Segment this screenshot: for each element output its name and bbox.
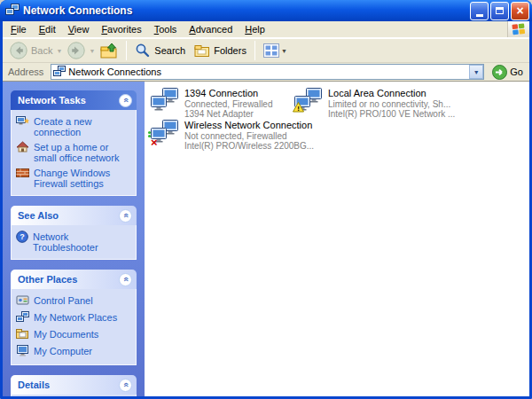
task-label: Control Panel bbox=[34, 295, 93, 306]
network-connections-window: Network Connections × File Edit View Fav… bbox=[0, 0, 532, 399]
up-button[interactable] bbox=[97, 41, 121, 61]
network-tasks-header[interactable]: Network Tasks « bbox=[11, 90, 137, 110]
network-tasks-panel: Network Tasks « Create a new connection bbox=[11, 90, 137, 196]
connection-icon: ! bbox=[294, 88, 325, 114]
window-icon bbox=[5, 4, 20, 18]
connection-icon bbox=[151, 88, 181, 114]
connection-text: Wireless Network Connection Not connecte… bbox=[184, 120, 314, 151]
back-dropdown-arrow[interactable]: ▼ bbox=[56, 48, 62, 54]
menu-help[interactable]: Help bbox=[239, 22, 271, 36]
menu-bar: File Edit View Favorites Tools Advanced … bbox=[3, 21, 529, 38]
folder-view[interactable]: 1394 Connection Connected, Firewalled 13… bbox=[145, 82, 529, 396]
collapse-chevron-icon[interactable]: « bbox=[119, 273, 132, 286]
windows-logo-icon bbox=[507, 21, 529, 37]
folders-label: Folders bbox=[214, 45, 246, 56]
details-panel: Details « Network Connections System Fol… bbox=[11, 375, 137, 396]
title-bar[interactable]: Network Connections × bbox=[0, 0, 532, 21]
connection-item-wireless[interactable]: × Wireless Network Connection Not connec… bbox=[151, 120, 294, 151]
views-button[interactable]: ▼ bbox=[260, 42, 291, 59]
back-label: Back bbox=[31, 45, 52, 56]
forward-icon bbox=[67, 42, 85, 59]
task-label: My Computer bbox=[34, 346, 92, 356]
connection-device: Intel(R) PRO/Wireless 2200BG... bbox=[184, 141, 314, 151]
connection-status: Connected, Firewalled bbox=[184, 99, 273, 109]
task-pane-sidebar: Network Tasks « Create a new connection bbox=[3, 82, 145, 396]
control-panel-icon bbox=[16, 294, 29, 308]
sidebar-item-setup-home-network[interactable]: Set up a home or small office network bbox=[16, 142, 131, 163]
connection-status: Limited or no connectivity, Sh... bbox=[328, 99, 455, 109]
folders-button[interactable]: Folders bbox=[191, 42, 250, 59]
my-computer-icon bbox=[16, 345, 29, 358]
search-icon bbox=[135, 43, 151, 59]
sidebar-item-control-panel[interactable]: Control Panel bbox=[16, 295, 131, 308]
svg-text:!: ! bbox=[297, 105, 300, 113]
connection-device: Intel(R) PRO/100 VE Network ... bbox=[328, 109, 455, 119]
svg-text:?: ? bbox=[20, 232, 25, 241]
main-area: Network Tasks « Create a new connection bbox=[3, 82, 529, 396]
connection-icon: × bbox=[151, 120, 181, 146]
connection-item-1394[interactable]: 1394 Connection Connected, Firewalled 13… bbox=[151, 88, 294, 119]
sidebar-item-my-network-places[interactable]: My Network Places bbox=[16, 312, 131, 325]
back-button[interactable]: Back bbox=[6, 40, 56, 61]
minimize-button[interactable] bbox=[470, 2, 489, 20]
navigation-toolbar: Back ▼ ▼ Search Folders ▼ bbox=[3, 38, 529, 63]
task-label: Set up a home or small office network bbox=[34, 142, 131, 163]
connection-text: 1394 Connection Connected, Firewalled 13… bbox=[184, 88, 273, 119]
other-places-header[interactable]: Other Places « bbox=[11, 270, 137, 289]
connection-status: Not connected, Firewalled bbox=[184, 131, 314, 141]
back-icon bbox=[10, 42, 27, 59]
views-dropdown-arrow: ▼ bbox=[281, 48, 287, 54]
address-dropdown-button[interactable]: ▼ bbox=[469, 65, 483, 79]
panel-title: Network Tasks bbox=[18, 95, 86, 106]
menu-view[interactable]: View bbox=[62, 22, 96, 36]
go-icon bbox=[492, 65, 507, 80]
details-header[interactable]: Details « bbox=[11, 375, 137, 395]
menu-favorites[interactable]: Favorites bbox=[95, 22, 147, 36]
connection-name: 1394 Connection bbox=[184, 88, 273, 98]
firewall-icon bbox=[16, 167, 29, 180]
task-label: Change Windows Firewall settings bbox=[34, 168, 131, 189]
sidebar-item-my-documents[interactable]: My Documents bbox=[16, 329, 131, 341]
search-button[interactable]: Search bbox=[131, 41, 189, 60]
menu-edit[interactable]: Edit bbox=[33, 22, 62, 36]
my-documents-icon bbox=[16, 328, 29, 341]
address-value: Network Connections bbox=[68, 66, 466, 77]
connection-name: Local Area Connection bbox=[328, 88, 455, 98]
collapse-chevron-icon[interactable]: « bbox=[119, 379, 132, 392]
maximize-button[interactable] bbox=[490, 2, 509, 20]
warning-overlay-icon: ! bbox=[293, 102, 304, 114]
panel-title: Details bbox=[18, 379, 50, 390]
address-combobox[interactable]: Network Connections ▼ bbox=[51, 64, 484, 80]
sidebar-item-network-troubleshooter[interactable]: ? Network Troubleshooter bbox=[16, 231, 131, 253]
menu-advanced[interactable]: Advanced bbox=[183, 22, 239, 36]
close-button[interactable]: × bbox=[511, 2, 529, 20]
maximize-icon bbox=[496, 7, 504, 14]
connection-device: 1394 Net Adapter bbox=[184, 109, 273, 119]
forward-button[interactable] bbox=[64, 40, 89, 61]
collapse-chevron-icon[interactable]: « bbox=[119, 94, 132, 107]
panel-title: Other Places bbox=[18, 274, 77, 285]
folder-up-icon bbox=[100, 43, 118, 59]
sidebar-item-change-firewall-settings[interactable]: Change Windows Firewall settings bbox=[16, 168, 131, 189]
menu-tools[interactable]: Tools bbox=[148, 22, 184, 36]
forward-dropdown-arrow[interactable]: ▼ bbox=[89, 48, 95, 54]
task-label: My Network Places bbox=[34, 312, 117, 323]
sidebar-item-create-connection[interactable]: Create a new connection bbox=[16, 116, 131, 137]
window-title: Network Connections bbox=[23, 4, 466, 17]
toolbar-separator bbox=[254, 41, 255, 60]
see-also-header[interactable]: See Also « bbox=[11, 206, 137, 225]
connection-item-local-area[interactable]: ! Local Area Connection Limited or no co… bbox=[294, 88, 438, 119]
minimize-icon bbox=[476, 14, 483, 17]
troubleshooter-icon: ? bbox=[16, 231, 28, 245]
window-body: File Edit View Favorites Tools Advanced … bbox=[0, 21, 532, 399]
go-button[interactable]: Go bbox=[489, 65, 527, 80]
menu-file[interactable]: File bbox=[4, 22, 33, 36]
go-label: Go bbox=[510, 66, 523, 77]
panel-title: See Also bbox=[18, 210, 59, 221]
collapse-chevron-icon[interactable]: « bbox=[119, 209, 132, 223]
search-label: Search bbox=[154, 45, 185, 56]
close-icon: × bbox=[516, 4, 523, 17]
sidebar-item-my-computer[interactable]: My Computer bbox=[16, 346, 131, 358]
folders-icon bbox=[194, 43, 210, 58]
toolbar-separator bbox=[126, 41, 127, 60]
